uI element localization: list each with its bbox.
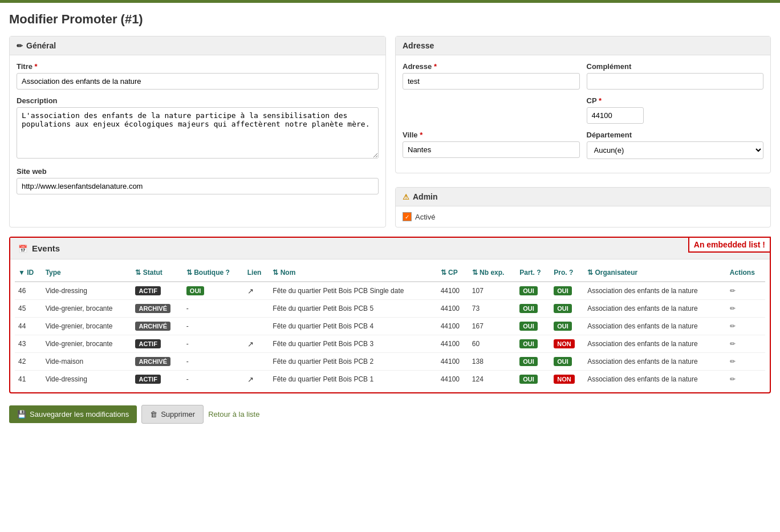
cell-statut: ACTIF	[132, 335, 182, 353]
address-panel-body: Adresse * Complément	[396, 55, 770, 173]
cell-lien	[244, 282, 270, 300]
description-textarea[interactable]	[17, 107, 379, 159]
external-link-icon[interactable]	[247, 376, 254, 384]
col-part: Part. ?	[516, 264, 550, 282]
save-label: Sauvegarder les modifications	[30, 410, 129, 419]
external-link-icon[interactable]	[247, 287, 254, 295]
cell-cp: 44100	[437, 335, 469, 353]
col-pro: Pro. ?	[550, 264, 584, 282]
adresse-col: Adresse *	[403, 62, 580, 131]
adresse-group: Adresse *	[403, 62, 580, 90]
embedded-badge: An embedded list !	[688, 237, 771, 253]
col-statut[interactable]: ⇅ Statut	[132, 264, 182, 282]
admin-panel-title: Admin	[413, 192, 438, 201]
table-row: 44 Vide-grenier, brocante ARCHIVÉ - Fête…	[15, 318, 765, 335]
table-header-row: ▼ ID Type ⇅ Statut ⇅ Boutique ? Lien ⇅ N…	[15, 264, 765, 282]
table-row: 41 Vide-dressing ACTIF - Fête du quartie…	[15, 371, 765, 388]
edit-icon[interactable]	[730, 358, 736, 366]
col-nb-exp[interactable]: ⇅ Nb exp.	[469, 264, 516, 282]
cell-lien	[244, 300, 270, 318]
active-checkbox[interactable]: ✓	[403, 212, 412, 221]
titre-input[interactable]	[17, 73, 379, 90]
events-section: An embedded list ! Events ▼ ID Type ⇅ St…	[9, 237, 771, 393]
complement-col: Complément CP *	[587, 62, 764, 131]
description-label: Description	[17, 96, 379, 105]
edit-icon[interactable]	[730, 287, 736, 295]
cell-pro: OUI	[550, 353, 584, 371]
cell-actions	[726, 318, 765, 335]
ville-input[interactable]	[403, 141, 580, 158]
save-icon	[17, 410, 26, 419]
address-panel-header: Adresse	[396, 36, 770, 55]
adresse-input[interactable]	[403, 73, 580, 90]
cell-nom: Fête du quartier Petit Bois PCB 1	[269, 371, 437, 388]
siteweb-group: Site web	[17, 167, 379, 194]
description-group: Description	[17, 96, 379, 160]
cell-nom: Fête du quartier Petit Bois PCB 5	[269, 300, 437, 318]
top-row: Général Titre * Description Site web	[9, 36, 771, 228]
siteweb-input[interactable]	[17, 178, 379, 194]
address-panel: Adresse Adresse *	[395, 36, 771, 173]
edit-icon[interactable]	[730, 340, 736, 348]
cell-statut: ARCHIVÉ	[132, 353, 182, 371]
active-row: ✓ Activé	[396, 206, 770, 227]
cp-input[interactable]	[587, 107, 644, 124]
delete-button[interactable]: Supprimer	[141, 405, 204, 424]
cp-group: CP *	[587, 96, 764, 124]
cell-lien	[244, 335, 270, 353]
general-panel-body: Titre * Description Site web	[10, 55, 385, 208]
calendar-icon	[18, 243, 27, 253]
titre-label: Titre *	[17, 62, 379, 71]
cell-nb-exp: 60	[469, 335, 516, 353]
edit-icon[interactable]	[730, 375, 736, 383]
cell-pro: OUI	[550, 300, 584, 318]
col-nom[interactable]: ⇅ Nom	[269, 264, 437, 282]
edit-icon[interactable]	[730, 322, 736, 330]
cell-type: Vide-maison	[42, 353, 132, 371]
cell-actions	[726, 335, 765, 353]
cell-actions	[726, 300, 765, 318]
complement-group: Complément	[587, 62, 764, 90]
general-panel-header: Général	[10, 36, 385, 55]
cp-required: *	[599, 96, 602, 105]
cell-id: 41	[15, 371, 42, 388]
ville-label: Ville *	[403, 131, 580, 139]
col-type[interactable]: Type	[42, 264, 132, 282]
warning-icon	[403, 192, 409, 201]
col-boutique[interactable]: ⇅ Boutique ?	[183, 264, 244, 282]
edit-icon[interactable]	[730, 304, 736, 312]
bottom-buttons: Sauvegarder les modifications Supprimer …	[9, 403, 771, 424]
cell-id: 43	[15, 335, 42, 353]
adresse-required: *	[434, 62, 437, 71]
col-actions: Actions	[726, 264, 765, 282]
col-organisateur[interactable]: ⇅ Organisateur	[584, 264, 726, 282]
save-button[interactable]: Sauvegarder les modifications	[9, 405, 137, 423]
col-cp[interactable]: ⇅ CP	[437, 264, 469, 282]
external-link-icon[interactable]	[247, 340, 254, 348]
back-link[interactable]: Retour à la liste	[208, 410, 259, 419]
cell-id: 46	[15, 282, 42, 300]
general-panel: Général Titre * Description Site web	[9, 36, 386, 228]
cell-statut: ARCHIVÉ	[132, 300, 182, 318]
events-title: Events	[32, 243, 60, 253]
col-id[interactable]: ▼ ID	[15, 264, 42, 282]
cell-part: OUI	[516, 353, 550, 371]
cell-statut: ARCHIVÉ	[132, 318, 182, 335]
cell-type: Vide-grenier, brocante	[42, 318, 132, 335]
address-bottom-row: Ville * Département Aucun(e)	[403, 131, 763, 166]
pencil-icon	[17, 41, 23, 50]
cell-organisateur: Association des enfants de la nature	[584, 353, 726, 371]
cell-nb-exp: 124	[469, 371, 516, 388]
cell-nom: Fête du quartier Petit Bois PCB Single d…	[269, 282, 437, 300]
departement-select[interactable]: Aucun(e)	[587, 141, 764, 159]
cell-nb-exp: 167	[469, 318, 516, 335]
cell-lien	[244, 353, 270, 371]
table-row: 42 Vide-maison ARCHIVÉ - Fête du quartie…	[15, 353, 765, 371]
right-column: Adresse Adresse *	[395, 36, 771, 228]
complement-input[interactable]	[587, 73, 764, 90]
address-panel-title: Adresse	[403, 41, 434, 50]
cell-nom: Fête du quartier Petit Bois PCB 2	[269, 353, 437, 371]
cell-lien	[244, 318, 270, 335]
cell-nb-exp: 138	[469, 353, 516, 371]
cell-pro: OUI	[550, 318, 584, 335]
